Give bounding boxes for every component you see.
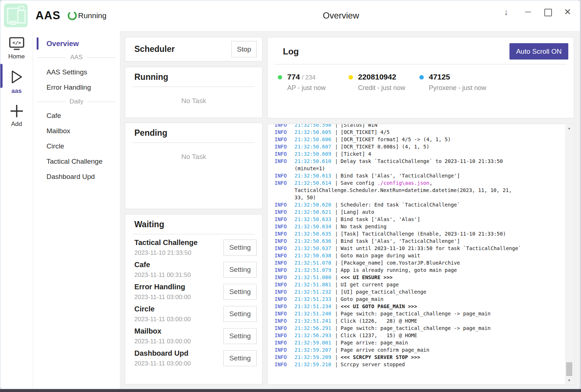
log-entry: INFO21:32:50.636|Bind task ['Alas', 'Tac… <box>275 237 564 245</box>
menu-item-error-handling[interactable]: Error Handling <box>33 80 120 95</box>
menu-item-dashboard-upd[interactable]: Dashboard Upd <box>33 169 120 184</box>
log-level: INFO <box>275 158 294 165</box>
divider-line <box>37 57 66 58</box>
play-icon <box>9 69 24 85</box>
log-level: INFO <box>275 128 294 136</box>
menu-section-daily: Daily <box>33 95 120 108</box>
log-entry: INFO21:32:51.079|App is already running,… <box>275 266 564 274</box>
waiting-task-name: Tactical Challenge <box>134 238 223 247</box>
log-timestamp: 21:32:50.606 <box>294 136 332 143</box>
desktop-edge <box>0 389 581 392</box>
log-timestamp: 21:32:51.232 <box>294 288 332 295</box>
log-message: <<< UI ENSURE >>> <box>341 274 393 281</box>
log-output-area[interactable]: INFO21:32:50.598|[Status] WININFO21:32:5… <box>267 124 574 385</box>
maximize-button[interactable] <box>541 5 555 19</box>
log-entry: INFO21:32:59.001|Page arrive: page_main <box>275 339 564 346</box>
setting-button-error-handling[interactable]: Setting <box>223 284 257 300</box>
log-timestamp: 21:32:50.614 <box>294 179 332 187</box>
log-level: INFO <box>275 295 294 303</box>
log-separator: | <box>332 128 341 136</box>
auto-scroll-button[interactable]: Auto Scroll ON <box>509 43 568 60</box>
log-lines: INFO21:32:50.598|[Status] WININFO21:32:5… <box>275 124 564 368</box>
divider <box>133 142 255 143</box>
log-level: INFO <box>275 259 294 266</box>
rail-item-aas[interactable]: aas <box>0 64 33 95</box>
waiting-task-info: Mailbox2023-11-11 03:00:00 <box>134 327 223 345</box>
log-level: INFO <box>275 303 294 310</box>
log-separator: | <box>332 172 341 179</box>
log-separator: | <box>332 252 341 259</box>
setting-button-tactical-challenge[interactable]: Setting <box>223 240 257 256</box>
log-level: INFO <box>275 354 294 361</box>
log-timestamp: 21:32:56.293 <box>294 332 332 339</box>
log-level: INFO <box>275 324 294 332</box>
log-timestamp: 21:32:51.081 <box>294 281 332 288</box>
log-level: INFO <box>275 310 294 317</box>
menu-item-overview[interactable]: Overview <box>33 37 120 50</box>
log-separator: | <box>332 303 341 310</box>
minimize-button[interactable]: ─ <box>521 5 535 19</box>
scroll-down-icon[interactable]: ▼ <box>565 377 573 384</box>
scroll-up-icon[interactable]: ▲ <box>565 124 573 132</box>
divider <box>133 86 255 87</box>
log-scrollbar[interactable]: ▲ ▼ <box>565 124 573 384</box>
menu-item-tactical-challenge[interactable]: Tactical Challenge <box>33 154 120 169</box>
close-button[interactable]: ✕ <box>560 5 575 19</box>
rail-item-home[interactable]: </> Home <box>0 31 33 60</box>
waiting-title: Waiting <box>134 220 262 229</box>
waiting-task-row-dashboard-upd: Dashboard Upd2023-11-11 03:00:00Setting <box>125 347 262 369</box>
waiting-task-next-run: 2023-11-11 03:00:00 <box>134 360 223 367</box>
log-continuation-line: TacticalChallenge.Scheduler.NextRun=date… <box>294 187 564 194</box>
log-timestamp: 21:32:50.609 <box>294 150 332 158</box>
stat-label: AP - just now <box>287 84 326 92</box>
svg-text:</>: </> <box>12 40 21 45</box>
log-timestamp: 21:32:51.079 <box>294 266 332 274</box>
page-title: Overview <box>323 11 359 21</box>
rail-item-add[interactable]: Add <box>0 99 33 128</box>
log-separator: | <box>332 332 341 339</box>
menu-item-mailbox[interactable]: Mailbox <box>33 123 120 139</box>
log-entry: INFO21:32:59.207|Page arrive confirm pag… <box>275 346 564 354</box>
log-message: Scrcpy server stopped <box>341 361 405 368</box>
log-separator: | <box>332 136 341 143</box>
log-timestamp: 21:32:50.607 <box>294 143 332 150</box>
scrollbar-thumb[interactable] <box>566 362 572 376</box>
scheduler-title: Scheduler <box>134 44 231 54</box>
menu-section-aas: AAS <box>33 50 120 65</box>
log-entry: INFO21:32:50.605|[OCR_TICKET] 4/5 <box>275 128 564 136</box>
log-separator: | <box>332 295 341 303</box>
waiting-task-name: Circle <box>134 305 223 313</box>
menu-section-label: AAS <box>66 54 87 61</box>
menu-item-aas-settings[interactable]: AAS Settings <box>33 65 120 80</box>
menu-item-cafe[interactable]: Cafe <box>33 108 120 123</box>
log-entry: INFO21:32:50.607|[OCR_TICKET 0.008s] (4,… <box>275 143 564 150</box>
log-entry: INFO21:32:56.293|Click (1237, 15) @ HOME <box>275 332 564 339</box>
stop-button[interactable]: Stop <box>231 41 257 57</box>
menu-item-circle[interactable]: Circle <box>33 139 120 154</box>
sidebar-menu: OverviewAASAAS SettingsError HandlingDai… <box>33 31 120 389</box>
log-level: INFO <box>275 281 294 288</box>
log-message: [UI] page_tactical_challenge <box>341 288 426 295</box>
log-level: INFO <box>275 150 294 158</box>
log-message: Page arrive confirm page_main <box>341 346 429 354</box>
waiting-card: Waiting Tactical Challenge2023-11-10 21:… <box>125 214 263 384</box>
log-level: INFO <box>275 317 294 324</box>
log-continuation-line: 33, 50) <box>294 194 564 201</box>
stat-text: 47125Pyroxene - just now <box>429 73 486 92</box>
log-level: INFO <box>275 124 294 128</box>
setting-button-cafe[interactable]: Setting <box>223 262 257 278</box>
pending-title: Pending <box>134 128 262 138</box>
waiting-task-info: Error Handling2023-11-11 03:00:00 <box>134 283 223 301</box>
stat-value: 220810942 <box>358 73 405 81</box>
setting-button-dashboard-upd[interactable]: Setting <box>223 350 257 366</box>
log-continuation-line: (minute=1) <box>294 165 564 172</box>
log-separator: | <box>332 324 341 332</box>
log-entry: INFO21:32:51.240|Page switch: page_tacti… <box>275 310 564 317</box>
setting-button-circle[interactable]: Setting <box>223 306 257 322</box>
hide-arrow-button[interactable]: ↓ <box>499 5 513 19</box>
log-entry: INFO21:32:50.633|Bind task ['Alas', 'Ala… <box>275 216 564 223</box>
log-timestamp: 21:32:50.637 <box>294 245 332 252</box>
setting-button-mailbox[interactable]: Setting <box>223 328 257 344</box>
log-separator: | <box>332 208 341 216</box>
resource-stats: 774/ 234AP - just now220810942Credit - j… <box>268 65 574 92</box>
